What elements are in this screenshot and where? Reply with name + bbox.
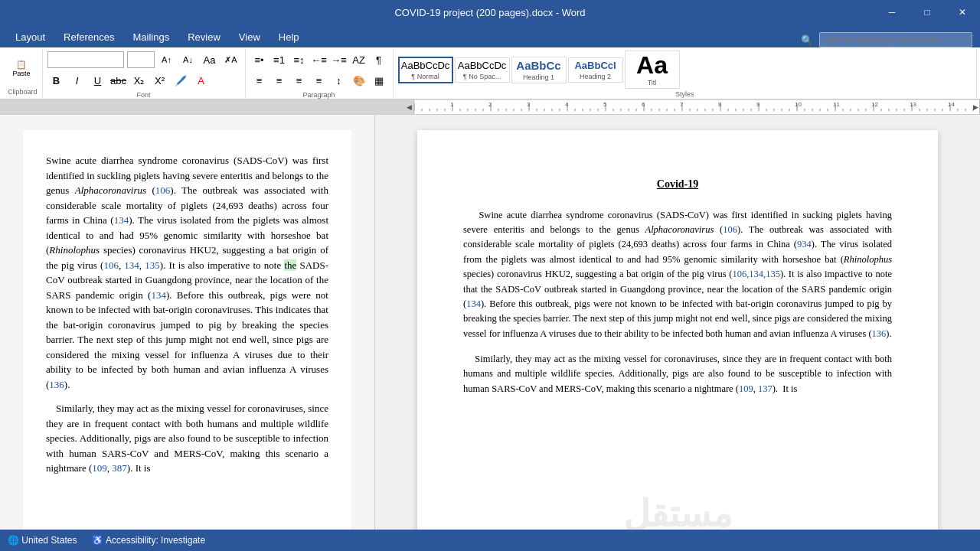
style-h2-sample: AaBbCcI	[574, 60, 616, 71]
ribbon-search-input[interactable]	[819, 32, 972, 47]
left-document-pane: Swine acute diarrhea syndrome coronaviru…	[0, 115, 375, 530]
font-label: Font	[47, 90, 240, 99]
styles-group: AaBbCcDc ¶ Normal AaBbCcDc ¶ No Spac... …	[394, 49, 977, 97]
citation-387[interactable]: 387	[112, 462, 127, 474]
tab-references[interactable]: References	[54, 26, 123, 47]
language-label: United States	[21, 535, 77, 546]
tab-mailings[interactable]: Mailings	[124, 26, 179, 47]
style-normal[interactable]: AaBbCcDc ¶ Normal	[398, 57, 453, 83]
watermark: مستقل mostaqel.com	[623, 486, 733, 530]
svg-text:2: 2	[488, 101, 492, 108]
right-doc-title: Covid-19	[463, 176, 892, 193]
shrink-font-button[interactable]: A↓	[179, 51, 198, 69]
superscript-button[interactable]: X²	[151, 71, 169, 90]
style-h1-label: Heading 1	[523, 73, 554, 81]
justify-button[interactable]: ≡	[310, 71, 328, 90]
subscript-button[interactable]: X₂	[130, 71, 149, 90]
change-case-button[interactable]: Aa	[201, 51, 219, 69]
citation-134-2[interactable]: 134	[124, 259, 139, 271]
underline-button[interactable]: U	[89, 71, 107, 90]
right-para-2: Similarly, they may act as the mixing ve…	[463, 352, 892, 396]
svg-text:9: 9	[756, 101, 760, 108]
tab-view[interactable]: View	[230, 26, 270, 47]
citation-134-1[interactable]: 134	[114, 214, 129, 226]
title-bar: COVID-19 project (200 pages).docx - Word…	[0, 0, 980, 24]
ribbon-toolbar: 📋 Paste Clipboard Calibri 12 A↑ A↓ Aa ✗A…	[0, 47, 980, 99]
clipboard-group: 📋 Paste Clipboard	[3, 49, 43, 97]
bold-button[interactable]: B	[47, 71, 66, 90]
align-center-button[interactable]: ≡	[270, 71, 289, 90]
line-spacing-button[interactable]: ↕	[330, 71, 348, 90]
minimize-button[interactable]: ─	[874, 0, 910, 24]
tab-layout[interactable]: Layout	[6, 26, 54, 47]
numbering-button[interactable]: ≡1	[270, 51, 289, 69]
svg-text:8: 8	[718, 101, 722, 108]
style-title[interactable]: Aa Titl	[625, 51, 680, 89]
clear-format-button[interactable]: ✗A	[222, 51, 240, 69]
font-name-input[interactable]: Calibri	[47, 51, 124, 68]
style-heading1[interactable]: AaBbCc Heading 1	[511, 57, 567, 83]
text-highlight-button[interactable]: 🖊️	[172, 71, 190, 90]
borders-button[interactable]: ▦	[370, 71, 388, 90]
sort-button[interactable]: AZ	[350, 51, 368, 69]
maximize-button[interactable]: □	[910, 0, 945, 24]
right-citation-109[interactable]: 109	[739, 383, 753, 394]
right-citation-934[interactable]: 934	[797, 239, 812, 249]
close-button[interactable]: ✕	[945, 0, 980, 24]
accessibility-text: Accessibility: Investigate	[106, 535, 205, 546]
tab-help[interactable]: Help	[270, 26, 309, 47]
svg-text:11: 11	[833, 101, 840, 108]
style-title-sample: Aa	[636, 53, 668, 77]
paste-button[interactable]: 📋 Paste	[8, 52, 35, 86]
font-color-button[interactable]: A	[192, 71, 211, 90]
search-icon: 🔍	[801, 34, 813, 46]
align-left-button[interactable]: ≡	[250, 71, 269, 90]
app-title: COVID-19 project (200 pages).docx - Word	[394, 7, 585, 18]
align-right-button[interactable]: ≡	[290, 71, 309, 90]
bullets-button[interactable]: ≡•	[250, 51, 269, 69]
citation-106-2[interactable]: 106	[103, 259, 119, 271]
multilevel-button[interactable]: ≡↕	[290, 51, 309, 69]
main-layout: Swine acute diarrhea syndrome coronaviru…	[0, 115, 980, 530]
left-para-2: Similarly, they may act as the mixing ve…	[46, 401, 328, 476]
font-size-input[interactable]: 12	[127, 51, 155, 68]
paragraph-group: ≡• ≡1 ≡↕ ←≡ →≡ AZ ¶ ≡ ≡ ≡ ≡ ↕ 🎨 ▦ Paragr…	[246, 49, 394, 97]
right-citation-137[interactable]: 137	[758, 383, 773, 394]
status-bar: 🌐 United States ♿ Accessibility: Investi…	[0, 530, 980, 551]
show-marks-button[interactable]: ¶	[370, 51, 388, 69]
right-citation-134[interactable]: 134	[466, 298, 481, 309]
svg-text:10: 10	[795, 101, 802, 108]
language-icon: 🌐	[8, 535, 19, 546]
left-document: Swine acute diarrhea syndrome coronaviru…	[23, 130, 351, 530]
style-nospace[interactable]: AaBbCcDc ¶ No Spac...	[455, 57, 510, 83]
watermark-line1: مستقل	[623, 486, 733, 530]
svg-text:1: 1	[450, 101, 454, 108]
svg-text:14: 14	[948, 101, 955, 108]
citation-106-1[interactable]: 106	[155, 184, 171, 196]
paragraph-label: Paragraph	[250, 90, 388, 99]
style-heading2[interactable]: AaBbCcI Heading 2	[568, 57, 623, 83]
svg-text:13: 13	[910, 101, 916, 108]
citation-136[interactable]: 136	[49, 379, 64, 390]
citation-109[interactable]: 109	[92, 462, 107, 474]
tab-review[interactable]: Review	[178, 26, 230, 47]
accessibility-label[interactable]: ♿ Accessibility: Investigate	[92, 535, 205, 546]
shading-button[interactable]: 🎨	[350, 71, 368, 90]
right-citation-106[interactable]: 106	[723, 224, 737, 235]
right-citation-136[interactable]: 136	[872, 328, 887, 339]
grow-font-button[interactable]: A↑	[158, 51, 176, 69]
language-indicator: 🌐 United States	[8, 535, 77, 546]
italic-button[interactable]: I	[68, 71, 87, 90]
style-nospace-label: ¶ No Spac...	[463, 73, 501, 80]
window-controls: ─ □ ✕	[874, 0, 980, 24]
citation-134-3[interactable]: 134	[151, 289, 166, 301]
right-para-1: Swine acute diarrhea syndrome coronaviru…	[463, 208, 892, 341]
increase-indent-button[interactable]: →≡	[330, 51, 348, 69]
right-citation-106134135[interactable]: 106,134,135	[732, 269, 780, 279]
right-document: Covid-19 Swine acute diarrhea syndrome c…	[417, 130, 938, 530]
citation-135[interactable]: 135	[145, 259, 160, 271]
ruler-scale: 1234567891011121314	[413, 99, 980, 114]
strikethrough-button[interactable]: abc	[109, 71, 128, 90]
decrease-indent-button[interactable]: ←≡	[310, 51, 328, 69]
styles-label: Styles	[398, 89, 972, 98]
